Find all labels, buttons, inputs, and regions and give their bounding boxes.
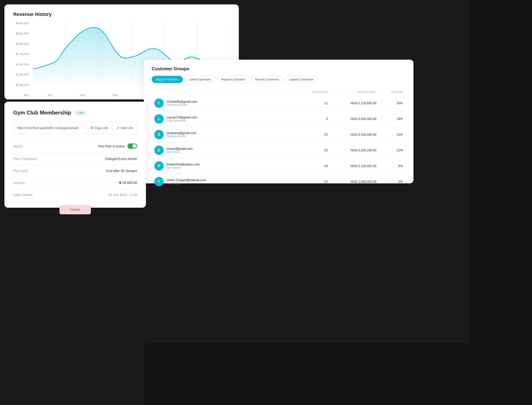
customer-name: Corabelle Durrad — [167, 103, 197, 107]
revenue-cell: 8% — [376, 164, 403, 168]
avatar: R — [154, 161, 164, 171]
y-axis: ₦ 0 ₦ 100,000 ₦ 300,000 ₦ 500,000 ₦ 700,… — [13, 22, 31, 97]
table-row: R Rutherford@yahoo.com Iraj Pirdoost 18 … — [152, 158, 406, 174]
customer-email: Vivien.Cooper@hotmail.com — [167, 178, 206, 182]
table-row: D Dushane@gmail.com Dushane Daniel 25 NG… — [152, 127, 406, 142]
customer-info: G Green@gmail.com Erin Green — [154, 146, 288, 155]
transactions-cell: 12 — [288, 101, 328, 105]
table-row: V Vivien.Cooper@hotmail.com Ray Cooper 1… — [152, 174, 406, 189]
gym-card: Gym Club Membership Live ⧉ Copy Link ↗ V… — [4, 102, 146, 208]
live-badge: Live — [75, 110, 86, 115]
col-revenue: Revenue — [376, 90, 403, 94]
revenue-cell: 18% — [376, 117, 403, 121]
y-label-4: ₦ 700,000 — [13, 52, 31, 56]
tab-lowest-spenders[interactable]: Lowest Spenders — [185, 76, 215, 83]
amount-value: ₦ 25,000.00 — [119, 181, 137, 185]
copy-link-label: Copy Link — [94, 126, 108, 130]
status-text: This Plan is Active — [98, 144, 125, 148]
table-header: Transactions Amount Spent Revenue — [152, 88, 406, 95]
avatar: C — [154, 99, 164, 108]
frequency-value: Charged Every Month — [105, 157, 137, 161]
amount-cell: NGN 2,120,600.00 — [328, 164, 376, 168]
gym-title: Gym Club Membership — [13, 110, 71, 116]
y-label-0: ₦ 0 — [13, 94, 31, 97]
customer-email: Lauren73@gmail.com — [167, 115, 197, 119]
tab-recent-customers[interactable]: Recent Customers — [251, 76, 283, 83]
customer-details: Dushane@gmail.com Dushane Daniel — [167, 131, 196, 138]
external-link-icon: ↗ — [116, 126, 119, 130]
customer-info: V Vivien.Cooper@hotmail.com Ray Cooper — [154, 177, 288, 186]
delete-button[interactable]: Delete — [60, 205, 91, 214]
link-row: ⧉ Copy Link ↗ Visit Link — [13, 122, 137, 134]
y-label-2: ₦ 300,000 — [13, 73, 31, 76]
link-url-input[interactable] — [14, 123, 86, 133]
y-label-5: ₦ 900,000 — [13, 42, 31, 46]
frequency-label: Plan Frequency — [13, 157, 36, 161]
col-name — [154, 90, 288, 94]
frequency-row: Plan Frequency Charged Every Month — [13, 153, 137, 165]
customer-info: R Rutherford@yahoo.com Iraj Pirdoost — [154, 161, 288, 171]
customer-details: Corabelle@gmail.com Corabelle Durrad — [167, 100, 197, 107]
y-label-1: ₦ 100,000 — [13, 83, 31, 87]
visit-link-button[interactable]: ↗ Visit Link — [112, 122, 137, 134]
date-value: 30 Sep 2019, 13:08 — [108, 193, 137, 197]
customer-info: L Lauren73@gmail.com Cvita Doleschall — [154, 114, 288, 123]
customer-email: Corabelle@gmail.com — [167, 100, 197, 103]
bottom-panel — [144, 343, 470, 405]
table-row: C Corabelle@gmail.com Corabelle Durrad 1… — [152, 95, 406, 111]
amount-cell: NGN 2,000,000.00 — [328, 180, 376, 183]
customer-card: Customer Groups Biggest Spenders Lowest … — [144, 60, 414, 183]
y-label-3: ₦ 500,000 — [13, 63, 31, 66]
transactions-cell: 25 — [288, 133, 328, 136]
col-transactions: Transactions — [288, 90, 328, 94]
amount-row: Amount ₦ 25,000.00 — [13, 176, 137, 189]
customer-name: Cvita Doleschall — [167, 119, 197, 122]
avatar: L — [154, 114, 164, 123]
revenue-cell: 13% — [376, 148, 403, 152]
col-amount: Amount Spent — [328, 90, 376, 94]
x-label-jan: Jan — [33, 94, 66, 97]
amount-cell: NGN 2,450,200.00 — [328, 148, 376, 152]
amount-cell: NGN 3,550,000.00 — [328, 117, 376, 121]
avatar: V — [154, 177, 164, 186]
customer-email: Green@gmail.com — [167, 147, 193, 150]
customer-details: Green@gmail.com Erin Green — [167, 147, 193, 154]
y-label-6: ₦ 900,000 — [13, 32, 31, 35]
tabs-row: Biggest Spenders Lowest Spenders Repeat … — [152, 76, 406, 83]
customer-details: Lauren73@gmail.com Cvita Doleschall — [167, 115, 197, 122]
tab-lapsed-customers[interactable]: Lapsed Customers — [285, 76, 318, 83]
transactions-cell: 15 — [288, 180, 328, 183]
toggle-knob — [132, 144, 136, 148]
revenue-cell: 20% — [376, 101, 403, 105]
copy-link-button[interactable]: ⧉ Copy Link — [87, 122, 112, 134]
customer-details: Rutherford@yahoo.com Iraj Pirdoost — [167, 163, 200, 169]
customer-info: C Corabelle@gmail.com Corabelle Durrad — [154, 99, 288, 108]
customer-email: Rutherford@yahoo.com — [167, 163, 200, 166]
status-value-row: This Plan is Active — [98, 143, 137, 149]
revenue-cell: 13% — [376, 133, 403, 136]
avatar: D — [154, 130, 164, 139]
visit-link-label: Visit Link — [120, 126, 133, 130]
tab-repeat-customers[interactable]: Repeat Customers — [217, 76, 249, 83]
customer-name: Ray Cooper — [167, 182, 206, 185]
limit-row: Plan Limit End after 35 charges — [13, 165, 137, 176]
date-label: Date created — [13, 193, 32, 197]
avatar: G — [154, 146, 164, 155]
amount-label: Amount — [13, 181, 25, 185]
revenue-cell: 5% — [376, 180, 403, 183]
table-row: L Lauren73@gmail.com Cvita Doleschall 8 … — [152, 111, 406, 127]
status-toggle[interactable] — [127, 143, 137, 149]
copy-icon: ⧉ — [91, 126, 93, 130]
x-label-mar: Mar — [99, 94, 131, 97]
tab-biggest-spenders[interactable]: Biggest Spenders — [152, 76, 183, 83]
status-row: Status This Plan is Active — [13, 139, 137, 153]
table-row: G Green@gmail.com Erin Green 20 NGN 2,45… — [152, 142, 406, 158]
x-label-feb: Feb — [66, 94, 99, 97]
y-label-7: ₦ 900,000 — [13, 22, 31, 25]
limit-label: Plan Limit — [13, 169, 28, 173]
amount-cell: NGN 5,120,650.00 — [328, 101, 376, 105]
customer-name: Dushane Daniel — [167, 135, 196, 138]
transactions-cell: 8 — [288, 117, 328, 121]
customer-email: Dushane@gmail.com — [167, 131, 196, 135]
customer-name: Erin Green — [167, 150, 193, 154]
